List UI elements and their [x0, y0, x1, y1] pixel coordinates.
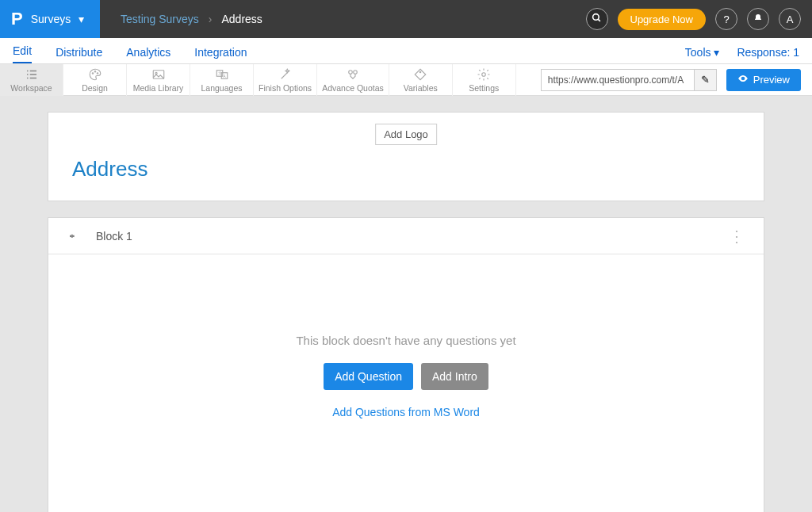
top-bar: P Surveys ▾ Testing Surveys › Address Up… — [0, 0, 812, 38]
block-title[interactable]: Block 1 — [96, 230, 132, 243]
svg-point-20 — [482, 72, 486, 76]
survey-header-card: Add Logo Address — [48, 112, 764, 201]
svg-point-18 — [354, 70, 358, 74]
image-icon — [151, 67, 166, 82]
quota-icon — [346, 67, 360, 82]
product-switcher[interactable]: P Surveys ▾ — [0, 0, 100, 38]
collapse-icon[interactable]: ⌄⌃ — [67, 231, 77, 241]
help-button[interactable]: ? — [715, 8, 737, 30]
add-intro-button[interactable]: Add Intro — [421, 363, 488, 390]
survey-title[interactable]: Address — [72, 157, 740, 181]
block-card: ⌄⌃ Block 1 ⋮ This block doesn't have any… — [48, 217, 764, 512]
kebab-icon: ⋮ — [729, 227, 745, 245]
wand-icon — [278, 67, 293, 82]
tool-workspace[interactable]: Workspace — [0, 64, 63, 96]
tool-design[interactable]: Design — [63, 64, 127, 96]
gear-icon — [477, 67, 491, 82]
svg-line-1 — [598, 19, 600, 21]
tool-variables[interactable]: Variables — [389, 64, 453, 96]
block-body: This block doesn't have any questions ye… — [48, 254, 764, 512]
tab-edit[interactable]: Edit — [13, 44, 32, 63]
editor-toolbar: Workspace Design Media Library 文A Langua… — [0, 64, 812, 96]
add-logo-button[interactable]: Add Logo — [375, 124, 437, 145]
tool-media-library[interactable]: Media Library — [127, 64, 190, 96]
svg-point-10 — [97, 72, 98, 74]
empty-state-message: This block doesn't have any questions ye… — [296, 334, 515, 347]
block-header: ⌄⌃ Block 1 ⋮ — [48, 218, 764, 254]
tools-dropdown[interactable]: Tools ▾ — [685, 46, 720, 59]
response-count[interactable]: Response: 1 — [737, 46, 799, 59]
add-question-button[interactable]: Add Question — [324, 363, 413, 390]
svg-point-9 — [94, 71, 96, 72]
help-icon: ? — [723, 13, 729, 25]
bell-icon — [753, 13, 763, 25]
svg-point-17 — [349, 70, 353, 74]
preview-button[interactable]: Preview — [726, 69, 801, 91]
breadcrumb-current: Address — [222, 13, 262, 25]
palette-icon — [88, 67, 102, 82]
svg-text:文: 文 — [217, 71, 221, 75]
survey-url-input[interactable] — [541, 69, 695, 91]
eye-icon — [737, 73, 749, 86]
chevron-down-icon: ▾ — [79, 13, 84, 25]
tool-finish-options[interactable]: Finish Options — [254, 64, 317, 96]
tab-distribute[interactable]: Distribute — [56, 46, 102, 63]
topbar-actions: Upgrade Now ? A — [586, 8, 813, 30]
language-icon: 文A — [215, 67, 229, 82]
tab-integration[interactable]: Integration — [194, 46, 247, 63]
notifications-button[interactable] — [747, 8, 769, 30]
survey-url-box: ✎ — [541, 69, 717, 91]
editor-canvas: Add Logo Address ⌄⌃ Block 1 ⋮ This block… — [0, 96, 812, 512]
tool-settings[interactable]: Settings — [453, 64, 516, 96]
empty-state-actions: Add Question Add Intro — [324, 363, 488, 390]
surveys-label: Surveys — [31, 13, 71, 25]
workspace-icon — [25, 67, 39, 82]
tag-icon — [413, 67, 427, 82]
tool-advance-quotas[interactable]: Advance Quotas — [317, 64, 389, 96]
pencil-icon: ✎ — [701, 74, 710, 86]
main-nav: Edit Distribute Analytics Integration To… — [0, 38, 812, 64]
chevron-down-icon: ▾ — [714, 46, 719, 59]
block-more-button[interactable]: ⋮ — [729, 227, 745, 246]
edit-url-button[interactable]: ✎ — [695, 69, 717, 91]
account-avatar[interactable]: A — [779, 8, 801, 30]
tab-analytics[interactable]: Analytics — [126, 46, 170, 63]
svg-point-19 — [420, 71, 422, 73]
svg-point-0 — [593, 14, 599, 21]
tool-languages[interactable]: 文A Languages — [190, 64, 254, 96]
breadcrumb-root[interactable]: Testing Surveys — [121, 13, 199, 25]
svg-text:A: A — [223, 74, 225, 78]
search-icon — [592, 13, 602, 25]
breadcrumb: Testing Surveys › Address — [100, 13, 262, 25]
breadcrumb-separator-icon: › — [209, 13, 213, 25]
svg-point-8 — [92, 72, 94, 74]
logo-letter: P — [11, 9, 23, 29]
add-from-word-link[interactable]: Add Questions from MS Word — [332, 406, 480, 418]
search-button[interactable] — [586, 8, 608, 30]
upgrade-button[interactable]: Upgrade Now — [618, 9, 707, 30]
